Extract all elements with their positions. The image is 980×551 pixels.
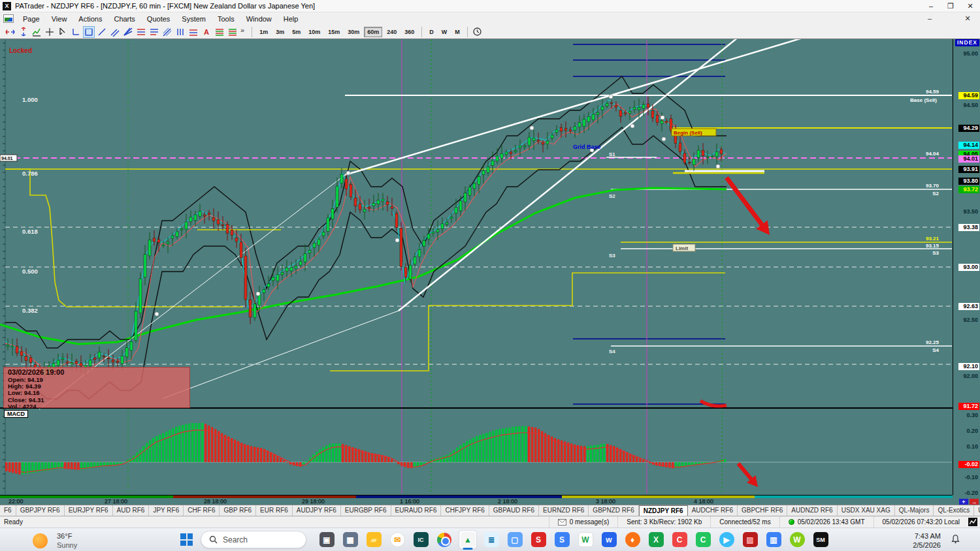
toolbox-icon[interactable]: ▥	[765, 531, 782, 548]
pan-vertical[interactable]	[18, 26, 29, 38]
price-axis[interactable]: INDEX 95.0094.5994.5094.2994.1494.0594.0…	[953, 39, 980, 495]
taskbar-clock[interactable]: 7:43 AM 2/5/2026	[913, 531, 941, 550]
tab-gbpjpy-rf6[interactable]: GBPJPY RF6	[16, 505, 65, 516]
gann-box[interactable]	[83, 26, 95, 38]
tab-ql-exotics[interactable]: QL-Exotics	[934, 505, 974, 516]
mdi-minimize-button[interactable]: –	[923, 14, 937, 23]
timeframe-3m[interactable]: 3m	[272, 27, 287, 37]
tab-gbp-rf6[interactable]: GBP RF6	[220, 505, 256, 516]
menu-charts[interactable]: Charts	[108, 14, 140, 24]
pointer[interactable]	[57, 26, 69, 38]
telegram-icon[interactable]: ▶	[718, 531, 735, 548]
timeframe-60m[interactable]: 60m	[364, 27, 382, 37]
mail-icon[interactable]: ✉	[389, 531, 406, 548]
pattern-grid[interactable]	[214, 26, 225, 38]
patrader-taskbar-icon[interactable]: ▲	[459, 531, 476, 548]
macd-pane-label[interactable]: MACD	[4, 410, 28, 418]
weather-widget[interactable]: 36°F Sunny	[33, 531, 77, 550]
notification-bell-icon[interactable]	[951, 534, 960, 546]
menu-help[interactable]: Help	[278, 14, 304, 24]
menu-actions[interactable]: Actions	[73, 14, 108, 24]
task-view-icon[interactable]: ▣	[318, 531, 335, 548]
clock-icon[interactable]	[472, 26, 483, 38]
s-blue-app-icon[interactable]: S	[553, 531, 570, 548]
toolbar-overflow-chevron[interactable]: »	[240, 26, 244, 34]
word-icon[interactable]: w	[600, 531, 617, 548]
notepad-icon[interactable]: ≣	[483, 531, 500, 548]
photos-app-icon[interactable]: ▨	[742, 531, 759, 548]
chart-style[interactable]	[31, 26, 42, 38]
time-axis[interactable]: 22:0027 18:0028 18:0029 18:001 16:002 18…	[0, 495, 953, 505]
timeframe-5m[interactable]: 5m	[289, 27, 304, 37]
webroot-icon[interactable]: W	[789, 531, 806, 548]
tab-ql-majors[interactable]: QL-Majors	[895, 505, 934, 516]
tab-aud-rf6[interactable]: AUD RF6	[113, 505, 150, 516]
pan-horizontal[interactable]	[5, 26, 16, 38]
tab-euraud-rf6[interactable]: EURAUD RF6	[391, 505, 442, 516]
sublime-icon[interactable]: S	[530, 531, 547, 548]
timeframe-1m[interactable]: 1m	[256, 27, 271, 37]
levels-stack[interactable]	[188, 26, 199, 38]
tab-nzdjpy-rf6[interactable]: NZDJPY RF6	[639, 505, 688, 516]
crosshair[interactable]	[44, 26, 56, 38]
maximize-button[interactable]: ❐	[941, 0, 960, 12]
tab-eur-rf6[interactable]: EUR RF6	[256, 505, 293, 516]
menu-window[interactable]: Window	[240, 14, 278, 24]
fib-fan[interactable]	[122, 26, 134, 38]
period-M[interactable]: M	[451, 27, 463, 37]
tab-chfjpy-rf6[interactable]: CHFJPY RF6	[441, 505, 489, 516]
camtasia-icon[interactable]: C	[694, 531, 711, 548]
tab-usdx-xau-xag[interactable]: USDX XAU XAG	[838, 505, 895, 516]
search-box[interactable]: Search	[201, 531, 306, 548]
calculator-icon[interactable]: ▦	[342, 531, 359, 548]
tab-eurnzd-rf6[interactable]: EURNZD RF6	[539, 505, 589, 516]
mdi-close-button[interactable]: ✕	[960, 14, 975, 23]
pattern-grid-2[interactable]	[227, 26, 238, 38]
start-button[interactable]	[180, 533, 193, 546]
tab-gbpaud-rf6[interactable]: GBPAUD RF6	[489, 505, 539, 516]
period-D[interactable]: D	[426, 27, 437, 37]
excel-icon[interactable]: X	[647, 531, 664, 548]
tab-audchf-rf6[interactable]: AUDCHF RF6	[688, 505, 738, 516]
timeframe-240[interactable]: 240	[384, 27, 400, 37]
smlr-icon[interactable]: SM	[812, 531, 829, 548]
pitchfork[interactable]	[161, 26, 173, 38]
monitor-app-icon[interactable]: ▢	[506, 531, 523, 548]
levels-red-blue[interactable]	[135, 26, 147, 38]
menu-quotes[interactable]: Quotes	[141, 14, 176, 24]
tab-gbpchf-rf6[interactable]: GBPCHF RF6	[738, 505, 787, 516]
wise-icon[interactable]: W	[577, 531, 594, 548]
timeframe-30m[interactable]: 30m	[344, 27, 363, 37]
tab-usdx-rf[interactable]: USDX RF	[974, 505, 980, 516]
flame-app-icon[interactable]: ♦	[624, 531, 641, 548]
trendline[interactable]	[96, 26, 108, 38]
file-explorer-icon[interactable]: ▰	[365, 531, 382, 548]
tab-eurjpy-rf6[interactable]: EURJPY RF6	[65, 505, 113, 516]
menu-page[interactable]: Page	[17, 14, 46, 24]
timeframe-15m[interactable]: 15m	[325, 27, 343, 37]
tab-eurgbp-rf6[interactable]: EURGBP RF6	[341, 505, 391, 516]
tab-f6[interactable]: F6	[0, 505, 16, 516]
tab-gbpnzd-rf6[interactable]: GBPNZD RF6	[589, 505, 638, 516]
chrome-icon[interactable]	[436, 531, 453, 548]
tab-jpy-rf6[interactable]: JPY RF6	[149, 505, 184, 516]
menu-tools[interactable]: Tools	[212, 14, 240, 24]
price-chart-canvas[interactable]: Locked1.0000.7860.6180.5000.3820.214Grid…	[0, 39, 953, 495]
period-W[interactable]: W	[438, 27, 451, 37]
vertical-bars[interactable]	[174, 26, 186, 38]
tab-audjpy-rf6[interactable]: AUDJPY RF6	[293, 505, 341, 516]
timeframe-10m[interactable]: 10m	[305, 27, 323, 37]
ic-markets-icon[interactable]: IC	[412, 531, 429, 548]
close-button[interactable]: ✕	[960, 0, 980, 12]
menu-view[interactable]: View	[46, 14, 73, 24]
timeframe-360[interactable]: 360	[401, 27, 417, 37]
tab-chf-rf6[interactable]: CHF RF6	[184, 505, 220, 516]
angle-tool[interactable]	[70, 26, 82, 38]
channel[interactable]	[109, 26, 121, 38]
minimize-button[interactable]: –	[921, 0, 941, 12]
levels-blue[interactable]	[148, 26, 160, 38]
tab-audnzd-rf6[interactable]: AUDNZD RF6	[787, 505, 837, 516]
text-tool[interactable]: A	[201, 26, 212, 38]
menu-system[interactable]: System	[176, 14, 212, 24]
clickup-icon[interactable]: C	[671, 531, 688, 548]
